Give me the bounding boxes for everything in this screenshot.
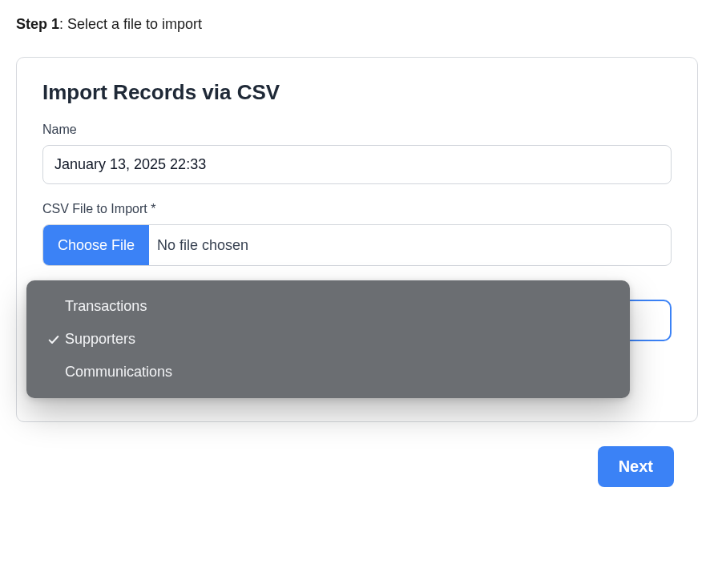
card-title: Import Records via CSV	[42, 80, 672, 105]
next-button[interactable]: Next	[598, 446, 674, 487]
file-status-text: No file chosen	[149, 225, 671, 265]
footer: Next	[16, 446, 698, 487]
name-input[interactable]	[42, 145, 672, 184]
step-number: Step 1	[16, 16, 59, 32]
check-icon	[42, 333, 65, 346]
dropdown-item-communications[interactable]: Communications	[26, 356, 630, 389]
dropdown-item-supporters[interactable]: Supporters	[26, 323, 630, 356]
import-type-dropdown: Transactions Supporters Communications	[26, 280, 630, 398]
file-input-wrapper: Choose File No file chosen	[42, 224, 672, 266]
csv-file-label: CSV File to Import *	[42, 202, 672, 216]
choose-file-button[interactable]: Choose File	[43, 225, 149, 265]
step-description: : Select a file to import	[59, 16, 202, 32]
step-header: Step 1: Select a file to import	[16, 16, 698, 33]
dropdown-item-label: Transactions	[65, 298, 614, 315]
dropdown-item-transactions[interactable]: Transactions	[26, 290, 630, 323]
dropdown-item-label: Supporters	[65, 331, 614, 348]
dropdown-item-label: Communications	[65, 364, 614, 381]
name-label: Name	[42, 123, 672, 137]
